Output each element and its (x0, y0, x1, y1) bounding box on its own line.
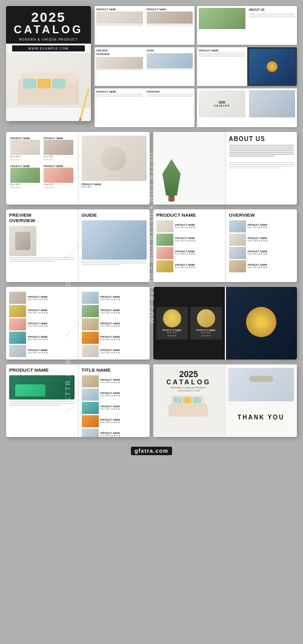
title-thumb-3 (82, 402, 99, 414)
product-thumb-1 (156, 220, 173, 232)
spread-book-1: GETTR.COM PRODUCT NAME Price: $0.0 ★★★★☆… (6, 132, 150, 205)
list-right-thumb-4 (82, 332, 99, 344)
final-catalog-left: 2025 CATALOG MODERN & UNIQUE PRODUCT WWW… (153, 364, 225, 437)
spread-list-right: PRODUCT NAME Price: $0.0 ★★★★ PRODUCT NA… (79, 287, 150, 360)
product-row-1: PRODUCT NAME Price: $0.0 ★★★★ (156, 220, 222, 232)
sofa-cushion-3 (52, 79, 65, 88)
mini-book-page-6-left: 2025 CATALOG (197, 88, 247, 127)
list-thumb-3 (9, 318, 26, 330)
final-title: CATALOG (156, 378, 222, 386)
product-row-4: PRODUCT NAME Price: $0.0 ★★★★ (156, 260, 222, 272)
dark-product-img-1 (163, 309, 181, 327)
cover-year: 2025 (8, 11, 88, 24)
spread-final-catalog: 2025 CATALOG MODERN & UNIQUE PRODUCT WWW… (153, 364, 297, 437)
final-thankyou-right: THANK YOU (225, 364, 298, 437)
mini-book-page-5-right: OVERVIEW (145, 88, 195, 127)
overview-row-3: PRODUCT NAME Price: $0.0 ★★★★ (229, 247, 295, 259)
spread-overview-right: OVERVIEW PRODUCT NAME Price: $0.0 ★★★★ P… (226, 209, 298, 282)
bedroom-image (82, 220, 147, 260)
mini-book-page-3-left: PREVIEW OVERVIEW (95, 47, 145, 86)
mini-img-teapot (96, 12, 143, 24)
product-cell-3: PRODUCT NAME Price: $0.0 ★★★★☆ (9, 163, 41, 190)
list-right-thumb-3 (82, 318, 99, 330)
overview-row-1: PRODUCT NAME Price: $0.0 ★★★★ (229, 220, 295, 232)
product-thumb-2 (156, 234, 173, 246)
cover-url: WWW.EXAMPLE.COM (12, 45, 85, 51)
left-watermark: GETTR.COM • GETTR.COM • GETTR.COM (64, 236, 72, 408)
mini-book-page-4-left: PRODUCT NAME (197, 47, 247, 86)
product-cell-2: PRODUCT NAME Price: $0.0 ★★★★☆ (42, 136, 75, 162)
title-row-3: PRODUCT NAME Price: $0.0 ★★★★ (82, 402, 147, 414)
product-thumb-4 (156, 260, 173, 272)
list-right-row-5: PRODUCT NAME Price: $0.0 ★★★★ (82, 345, 147, 357)
overview-row-2: PRODUCT NAME Price: $0.0 ★★★★ (229, 234, 295, 246)
dark-product-1: PRODUCT NAME Price: $0.0 ★★★★ (156, 307, 188, 340)
product-row-3: PRODUCT NAME Price: $0.0 ★★★★ (156, 247, 222, 259)
mini-book-page-5-left: PRODUCT NAME (95, 88, 145, 127)
final-subtitle: MODERN & UNIQUE PRODUCT (156, 386, 222, 389)
product-cell-1: PRODUCT NAME Price: $0.0 ★★★★☆ (9, 136, 41, 162)
sofa-cushion-1 (23, 79, 36, 88)
product-grid-left: PRODUCT NAME Price: $0.0 ★★★★☆ PRODUCT N… (9, 136, 75, 190)
product-img-plant2 (10, 168, 40, 183)
spread-product-list: GETTR.COM PRODUCT NAME Price: $0.0 ★★★★ … (6, 287, 150, 360)
mini-book-page-3-right: GUIDE (145, 47, 195, 86)
spread-preview-guide: GETTR.COM PREVIEWOVERVIEW GUIDE (6, 209, 150, 282)
final-sofa (167, 395, 210, 416)
product-img-teapot (10, 140, 40, 155)
overview-title: OVERVIEW (229, 213, 295, 218)
mini-img-modern (249, 90, 296, 117)
list-right-row-1: PRODUCT NAME Price: $0.0 ★★★★ (82, 292, 147, 304)
preview-title: PREVIEWOVERVIEW (9, 213, 75, 224)
spread-product-overview: PRODUCT NAME PRODUCT NAME Price: $0.0 ★★… (153, 209, 297, 282)
product-img-flowers (44, 168, 73, 183)
list-thumb-1 (9, 292, 26, 304)
mini-book-page-2-left (197, 6, 247, 45)
mini-img-catalog-mini: 2025 CATALOG (199, 90, 245, 117)
cover-image (6, 53, 91, 108)
overview-thumb-4 (229, 260, 246, 272)
dark-lamp-circle (246, 307, 276, 337)
spread-product-name-left: PRODUCT NAME PRODUCT NAME Price: $0.0 ★★… (153, 209, 225, 282)
list-right-thumb-5 (82, 345, 99, 357)
spread-page-1-left: PRODUCT NAME Price: $0.0 ★★★★☆ PRODUCT N… (6, 132, 78, 205)
guide-title: GUIDE (82, 213, 147, 218)
list-thumb-2 (9, 305, 26, 317)
mini-img-plant (199, 8, 245, 29)
list-right-thumb-1 (82, 292, 99, 304)
title-name-right: TITLE NAME (82, 368, 147, 373)
mini-book-page-4-right (247, 47, 298, 86)
final-url: WWW.EXAMPLE.COM (156, 390, 222, 392)
dark-product-img-2 (197, 309, 215, 327)
spread-title-right: TITLE NAME PRODUCT NAME Price: $0.0 ★★★★… (79, 364, 150, 437)
dark-right-content (229, 291, 295, 356)
final-catalog-content: 2025 CATALOG MODERN & UNIQUE PRODUCT WWW… (156, 367, 222, 392)
top-section: 2025 CATALOG MODERN & UNIQUE PRODUCT WWW… (6, 6, 297, 127)
mini-img-table (147, 12, 193, 24)
cover-title: CATALOG (8, 24, 88, 36)
title-thumb-4 (82, 415, 99, 427)
mini-book-2: ABOUT US (197, 6, 297, 45)
title-thumb-2 (82, 389, 99, 401)
product-row-2: PRODUCT NAME Price: $0.0 ★★★★ (156, 234, 222, 246)
spread-dark: PRODUCT NAME Price: $0.0 ★★★★ PRODUCT NA… (153, 287, 297, 360)
spread-about-left (153, 132, 225, 205)
title-thumb-5 (82, 429, 99, 437)
mini-img-bedroom (147, 53, 193, 68)
product-cell-4: PRODUCT NAME Price: $0.0 ★★★★☆ (42, 163, 75, 190)
overview-thumb-1 (229, 220, 246, 232)
spread-guide-right: GUIDE (79, 209, 150, 282)
dark-left-page: PRODUCT NAME Price: $0.0 ★★★★ PRODUCT NA… (153, 287, 225, 360)
product-name-title: PRODUCT NAME (156, 213, 222, 218)
mini-book-5: PRODUCT NAME OVERVIEW (95, 88, 195, 127)
mini-book-page-2-right: ABOUT US (247, 6, 298, 45)
spread-page-1-right: PRODUCT NAME Price: $0.0 (79, 132, 150, 205)
sofa-illustration (18, 77, 79, 105)
product-thumb-3 (156, 247, 173, 259)
about-title: ABOUT US (229, 136, 295, 142)
title-row-2: PRODUCT NAME Price: $0.0 ★★★★ (82, 389, 147, 401)
sofa-cushion-2 (38, 79, 51, 88)
mini-books-grid: PRODUCT NAME PRODUCT NAME A (95, 6, 297, 127)
mini-book-4: PRODUCT NAME (197, 47, 297, 86)
overview-thumb-3 (229, 247, 246, 259)
